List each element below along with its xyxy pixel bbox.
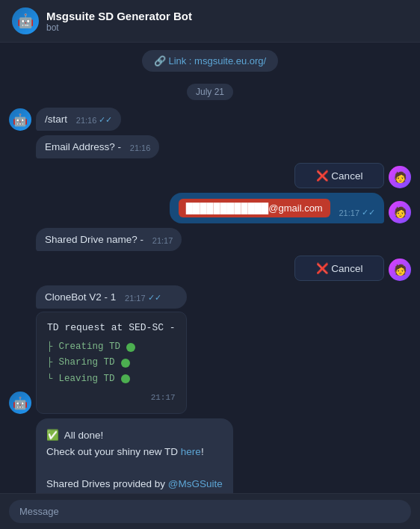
progress-label-2: Sharing TD	[59, 355, 115, 371]
message-input[interactable]: Message	[9, 500, 411, 523]
cancel-btn-row-2: ❌ Cancel 🧑	[9, 256, 411, 281]
header-subtitle: bot	[46, 22, 192, 33]
bot-avatar: 🤖	[12, 7, 39, 34]
progress-time: 21:17	[151, 393, 176, 402]
email-sent-row: ████████████@gmail.com 21:17 ✓✓ 🧑	[9, 193, 411, 223]
tree-icon-3: └	[47, 371, 53, 387]
header-title: Msgsuite SD Generator Bot	[46, 10, 192, 22]
start-time: 21:16 ✓✓	[76, 115, 113, 125]
cancel-button-2[interactable]: ❌ Cancel	[294, 256, 384, 281]
email-check-icon: ✓✓	[362, 208, 375, 217]
clonebot-text: CloneBot V2 - 1	[45, 291, 116, 303]
bot-msg-avatar-2: 🤖	[9, 392, 31, 414]
email-bubble: ████████████@gmail.com 21:17 ✓✓	[170, 193, 384, 223]
cancel-btn-row-1: ❌ Cancel 🧑	[9, 163, 411, 188]
done-line-1: ✅ All done!	[46, 427, 223, 444]
bottom-bar: Message	[0, 493, 420, 529]
email-prompt-row: Email Address? - 21:16	[9, 135, 411, 158]
progress-row-3: └ Leaving TD	[47, 371, 176, 387]
clonebot-time: 21:17 ✓✓	[125, 293, 161, 303]
date-badge: July 21	[187, 84, 233, 100]
user-avatar-2: 🧑	[389, 201, 411, 223]
clonebot-bubble: CloneBot V2 - 1 21:17 ✓✓	[36, 285, 187, 309]
progress-label-3: Leaving TD	[59, 371, 115, 387]
drive-prompt-bubble: Shared Drive name? - 21:17	[36, 228, 182, 251]
done-bubble: ✅ All done! Check out your shiny new TD …	[36, 418, 233, 493]
progress-label-1: Creating TD	[59, 339, 121, 355]
mention-msgsuite: @MsGSuite	[168, 478, 223, 489]
progress-title: TD request at SED-SC -	[47, 320, 176, 336]
green-dot-3	[121, 374, 130, 383]
bot-bubble-start: /start 21:16 ✓✓	[36, 108, 121, 131]
double-check-icon: ✓✓	[99, 115, 112, 125]
header-info: Msgsuite SD Generator Bot bot	[46, 10, 192, 33]
green-dot-1	[126, 343, 135, 352]
user-avatar-3: 🧑	[389, 259, 411, 281]
bot-msg-avatar: 🤖	[9, 108, 31, 131]
start-text: /start	[45, 114, 67, 125]
chat-header: 🤖 Msgsuite SD Generator Bot bot	[0, 0, 420, 43]
clonebot-check-icon: ✓✓	[148, 293, 161, 303]
done-line-2: Check out your shiny new TD here!	[46, 444, 223, 460]
green-dot-2	[121, 359, 130, 368]
email-time: 21:17 ✓✓	[339, 208, 375, 217]
done-row: 🧑 ✅ All done! Check out your shiny new T…	[9, 418, 411, 493]
tree-icon-2: ├	[47, 355, 53, 371]
here-link[interactable]: here	[181, 446, 201, 457]
tree-icon-1: ├	[47, 339, 53, 355]
drive-prompt-text: Shared Drive name? -	[45, 234, 143, 245]
drive-prompt-time: 21:17	[152, 236, 173, 245]
email-masked: ████████████@gmail.com	[179, 199, 330, 217]
cancel-button-1[interactable]: ❌ Cancel	[294, 163, 384, 188]
email-prompt-time: 21:16	[130, 143, 151, 152]
link-bubble: 🔗 Link : msgsuite.eu.org/	[142, 50, 278, 72]
progress-row-2: ├ Sharing TD	[47, 355, 176, 371]
drive-prompt-row: Shared Drive name? - 21:17	[9, 228, 411, 251]
chat-area: 🔗 Link : msgsuite.eu.org/ July 21 🤖 /sta…	[0, 43, 420, 493]
email-prompt-bubble: Email Address? - 21:16	[36, 135, 159, 158]
email-prompt-text: Email Address? -	[45, 141, 121, 152]
progress-row-1: ├ Creating TD	[47, 339, 176, 355]
done-line-3: Shared Drives provided by @MsGSuite	[46, 476, 223, 492]
message-start: 🤖 /start 21:16 ✓✓	[9, 108, 411, 131]
progress-block: TD request at SED-SC - ├ Creating TD ├ S…	[36, 312, 187, 414]
clonebot-row: 🤖 CloneBot V2 - 1 21:17 ✓✓ TD request at…	[9, 285, 411, 414]
user-avatar-1: 🧑	[389, 166, 411, 188]
